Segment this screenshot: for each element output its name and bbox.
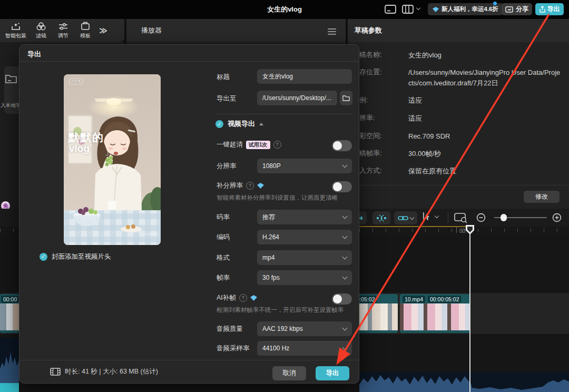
audio-clip-teal[interactable] (0, 383, 19, 392)
chevron-down-icon (342, 275, 348, 280)
video-clip-first[interactable]: 00:00 (0, 294, 19, 333)
help-icon[interactable]: ? (239, 294, 247, 302)
audio-quality-dropdown[interactable]: AAC 192 kbps (257, 321, 352, 336)
clip-thumbnails (0, 303, 19, 330)
notification-dot (493, 2, 497, 5)
browse-folder-button[interactable] (340, 91, 352, 105)
resolution-dropdown[interactable]: 1080P (257, 159, 352, 173)
filter-icon (36, 22, 46, 31)
toolbar-expand-button[interactable]: ≫ (99, 26, 106, 35)
template-icon (80, 22, 91, 31)
video-clip-2[interactable]: 10.mp4 00:00:05:02 (400, 294, 470, 333)
video-export-section-toggle[interactable]: ✓ 视频导出 (215, 119, 263, 129)
bitrate-label: 码率 (217, 213, 230, 222)
tool-template[interactable]: 模板 (76, 22, 95, 40)
audio-clip-right[interactable] (359, 372, 569, 392)
audio-waveform (359, 372, 569, 392)
cover-checkbox[interactable]: ✓ 封面添加至视频片头 (40, 252, 111, 261)
smart-pack-icon (11, 22, 21, 31)
diamond-icon (250, 295, 257, 301)
cover-bracket-close: 」 (105, 147, 113, 157)
ruler-ticks (0, 229, 19, 232)
chevron-down-icon (342, 214, 348, 219)
export-path-label: 导出至 (217, 94, 237, 103)
zoom-in-icon[interactable] (552, 213, 562, 222)
check-icon: ✓ (215, 120, 223, 128)
dialog-title: 导出 (27, 50, 41, 59)
cursor-mode-button[interactable] (420, 211, 438, 222)
ai-frame-toggle[interactable] (332, 293, 352, 305)
zoom-out-icon[interactable] (476, 213, 486, 222)
export-dialog: 导出 (19, 44, 359, 384)
modify-button[interactable]: 修改 (524, 191, 560, 203)
layout-icon[interactable] (402, 5, 414, 14)
draft-panel-title: 草稿参数 (355, 26, 382, 35)
audio-quality-label: 音频质量 (217, 325, 243, 334)
diamond-icon (433, 7, 439, 12)
super-res-label: 补分辨率 (217, 181, 243, 190)
title-input[interactable]: 女生的vlog (257, 69, 352, 84)
cancel-button[interactable]: 取消 (272, 366, 306, 380)
hd-toggle[interactable] (332, 140, 352, 151)
export-path-input[interactable]: /Users/sunny/Desktop/... (257, 91, 337, 105)
preview-frame-icon[interactable] (454, 212, 468, 223)
sample-rate-dropdown[interactable]: 44100 Hz (257, 341, 352, 356)
draft-row-location: 保存位置: /Users/sunny/Movies/JianyingPro Us… (352, 67, 566, 89)
film-icon (50, 368, 61, 376)
fps-dropdown[interactable]: 30 fps (257, 270, 352, 285)
timeline-range-indicator (359, 226, 466, 227)
auto-split-icon (376, 214, 387, 222)
divider (448, 212, 448, 223)
diamond-icon (257, 183, 264, 189)
collapse-arrow-icon (259, 123, 263, 125)
codec-label: 编码 (217, 233, 230, 242)
super-res-helper: 智能将素材补分辨率到设置值，让画面更清晰 (217, 194, 338, 202)
codec-dropdown[interactable]: H.264 (257, 230, 352, 244)
tool-filter[interactable]: 滤镜 (32, 22, 51, 40)
super-res-row: 补分辨率 ? (217, 181, 264, 190)
help-icon[interactable]: ? (273, 141, 281, 149)
format-dropdown[interactable]: mp4 (257, 250, 352, 265)
help-icon[interactable]: ? (246, 182, 254, 190)
clip-boundary-tick (456, 227, 457, 233)
cover-title-line2: vlog (69, 143, 90, 154)
ai-frame-row: AI补帧 ? (217, 293, 257, 302)
ai-frame-helper: 检测到素材帧率不统一，开启后可补至设置帧率 (217, 306, 344, 314)
chevron-down-icon (342, 254, 348, 260)
format-label: 格式 (217, 253, 230, 262)
cover-preview[interactable]: AI生成 「 默默的 vlog 」 2025.7.22 (64, 74, 161, 245)
share-icon (505, 6, 513, 13)
timeline-zoom-knob[interactable] (501, 214, 507, 221)
playhead-line (469, 225, 470, 392)
auto-split-button[interactable] (372, 211, 390, 224)
bitrate-dropdown[interactable]: 推荐 (257, 210, 352, 224)
tool-smart-pack[interactable]: 智能包装 (3, 22, 28, 40)
audio-clip-left[interactable] (0, 338, 19, 383)
audio-waveform (0, 338, 19, 383)
draft-row-import: 导入方式: 保留在原有位置 (352, 166, 566, 177)
export-button-dialog[interactable]: 导出 (316, 366, 349, 380)
divider (19, 360, 359, 360)
share-label: 分享 (516, 5, 528, 14)
link-icon (398, 215, 408, 221)
divider (19, 61, 359, 62)
clip-duration-badge: 00:00:05:02 (428, 296, 461, 303)
super-res-toggle[interactable] (332, 181, 352, 192)
tool-label: 滤镜 (36, 32, 46, 40)
player-menu-icon[interactable] (328, 27, 336, 36)
hd-row: 一键超清 试用1次 ? (217, 140, 281, 149)
tool-adjust[interactable]: 调节 (54, 22, 73, 40)
chevron-down-icon (342, 326, 348, 331)
subtitle-icon[interactable] (385, 5, 396, 14)
share-button[interactable]: 分享 (502, 3, 532, 15)
clip-name-badge: 10.mp4 (403, 296, 425, 303)
link-button[interactable] (394, 211, 417, 224)
promo-badge[interactable]: 新人福利，幸运4.6折 (428, 3, 503, 15)
divider (348, 185, 569, 185)
clip-time-badge: 00:00 (1, 296, 19, 303)
ai-frame-label: AI补帧 (217, 293, 236, 302)
export-button-top[interactable]: 导出 (535, 3, 564, 15)
folder-icon (5, 73, 17, 84)
trial-badge: 试用1次 (246, 141, 270, 149)
top-bar: 女生的vlog 新人福利，幸运4.6折 分享 (0, 0, 569, 19)
